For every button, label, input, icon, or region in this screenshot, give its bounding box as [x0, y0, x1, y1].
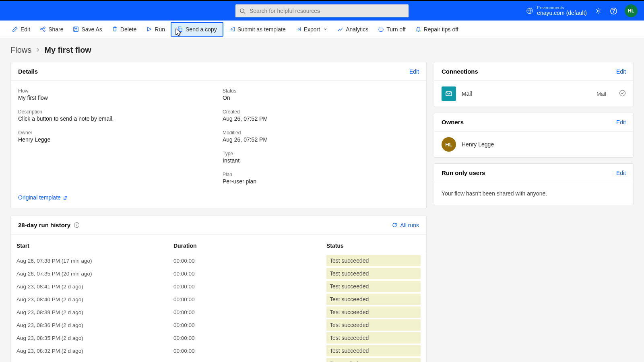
svg-point-7: [44, 27, 45, 29]
run-start: Aug 26, 07:35 PM (20 min ago): [17, 271, 173, 277]
svg-rect-10: [179, 28, 182, 31]
description-value: Click a button to send a note by email.: [18, 115, 215, 122]
settings-icon[interactable]: [594, 7, 602, 15]
run-duration: 00:00:00: [173, 271, 326, 277]
run-start: Aug 26, 07:38 PM (17 min ago): [17, 258, 173, 264]
connection-sub: Mail: [597, 91, 606, 97]
connections-card: Connections Edit Mail Mail: [434, 62, 634, 107]
plan-value: Per-user plan: [223, 178, 419, 185]
edit-button[interactable]: Edit: [8, 24, 34, 35]
run-duration: 00:00:00: [173, 309, 326, 315]
table-row[interactable]: Aug 23, 08:32 PM (2 d ago)00:00:00Test s…: [11, 344, 426, 357]
run-start: Aug 23, 08:39 PM (2 d ago): [17, 309, 173, 315]
copy-icon: [177, 26, 183, 32]
user-avatar[interactable]: HL: [625, 4, 638, 17]
run-start: Aug 23, 08:41 PM (2 d ago): [17, 284, 173, 290]
send-copy-button[interactable]: Send a copy: [171, 22, 223, 37]
table-row[interactable]: Aug 23, 08:36 PM (2 d ago)00:00:00Test s…: [11, 319, 426, 331]
run-status: Test succeeded: [326, 332, 421, 343]
col-start-header[interactable]: Start: [17, 243, 173, 249]
connection-row[interactable]: Mail Mail: [434, 81, 633, 107]
connections-edit-link[interactable]: Edit: [616, 68, 626, 75]
owners-card: Owners Edit HL Henry Legge: [434, 113, 634, 158]
svg-point-0: [240, 8, 244, 12]
breadcrumb: Flows My first flow: [0, 38, 644, 57]
table-row[interactable]: Aug 23, 08:41 PM (2 d ago)00:00:00Test s…: [11, 280, 426, 293]
run-duration: 00:00:00: [173, 348, 326, 354]
owner-label: Owner: [18, 130, 215, 136]
run-status: Test succeeded: [326, 268, 421, 279]
history-title: 28-day run history: [18, 222, 70, 228]
mail-icon: [442, 86, 456, 101]
search-input[interactable]: [250, 8, 405, 14]
open-icon: [63, 195, 68, 200]
svg-point-3: [597, 10, 599, 12]
table-row[interactable]: Aug 23, 08:30 PM (2 d ago)00:00:00Succee…: [11, 357, 426, 362]
col-duration-header[interactable]: Duration: [173, 243, 326, 249]
run-start: Aug 23, 08:36 PM (2 d ago): [17, 322, 173, 328]
created-label: Created: [223, 109, 419, 115]
run-status: Test succeeded: [326, 345, 421, 356]
help-icon[interactable]: [609, 7, 617, 15]
status-value: On: [223, 95, 419, 101]
table-row[interactable]: Aug 23, 08:39 PM (2 d ago)00:00:00Test s…: [11, 306, 426, 319]
svg-point-6: [41, 29, 42, 30]
top-bar: Environments enayu.com (default) HL: [0, 1, 644, 21]
run-status: Test succeeded: [326, 281, 421, 292]
run-status: Test succeeded: [326, 319, 421, 331]
owner-name: Henry Legge: [462, 141, 494, 148]
details-edit-link[interactable]: Edit: [409, 68, 419, 75]
svg-point-13: [619, 90, 625, 96]
export-button[interactable]: Export: [291, 24, 332, 35]
run-duration: 00:00:00: [173, 335, 326, 341]
original-template-link[interactable]: Original template: [18, 194, 419, 201]
info-icon[interactable]: [74, 222, 80, 228]
col-status-header[interactable]: Status: [326, 243, 421, 249]
saveas-button[interactable]: Save As: [69, 24, 106, 35]
table-row[interactable]: Aug 23, 08:35 PM (2 d ago)00:00:00Test s…: [11, 331, 426, 344]
type-label: Type: [223, 151, 419, 156]
run-duration: 00:00:00: [173, 258, 326, 264]
status-label: Status: [223, 88, 419, 94]
search-icon: [239, 8, 246, 14]
command-bar: Edit Share Save As Delete Run Send a cop…: [0, 21, 644, 38]
connections-title: Connections: [442, 68, 478, 75]
svg-point-8: [44, 30, 45, 31]
modified-value: Aug 26, 07:52 PM: [223, 136, 419, 143]
history-table: Start Duration Status Aug 26, 07:38 PM (…: [11, 234, 426, 362]
bell-icon: [415, 26, 421, 32]
run-duration: 00:00:00: [173, 296, 326, 302]
description-label: Description: [18, 109, 215, 115]
repair-button[interactable]: Repair tips off: [411, 24, 462, 35]
run-only-users-card: Run only users Edit Your flow hasn't bee…: [434, 163, 634, 205]
environment-value: enayu.com (default): [537, 10, 587, 16]
environment-picker[interactable]: Environments enayu.com (default): [526, 5, 587, 16]
turnoff-button[interactable]: Turn off: [374, 24, 409, 35]
share-button[interactable]: Share: [36, 24, 67, 35]
runonly-text: Your flow hasn't been shared with anyone…: [434, 182, 633, 205]
run-duration: 00:00:00: [173, 322, 326, 328]
owner-row[interactable]: HL Henry Legge: [434, 132, 633, 157]
owners-edit-link[interactable]: Edit: [616, 119, 626, 125]
breadcrumb-parent[interactable]: Flows: [10, 45, 31, 55]
run-start: Aug 23, 08:30 PM (2 d ago): [17, 361, 173, 362]
table-row[interactable]: Aug 23, 08:40 PM (2 d ago)00:00:00Test s…: [11, 293, 426, 306]
search-box[interactable]: [235, 4, 409, 18]
table-row[interactable]: Aug 26, 07:35 PM (20 min ago)00:00:00Tes…: [11, 267, 426, 280]
chart-icon: [337, 26, 343, 32]
submit-template-button[interactable]: Submit as template: [225, 24, 290, 35]
analytics-button[interactable]: Analytics: [333, 24, 372, 35]
runonly-edit-link[interactable]: Edit: [616, 170, 626, 176]
flow-label: Flow: [18, 88, 215, 94]
run-button[interactable]: Run: [142, 24, 169, 35]
owner-avatar: HL: [442, 137, 456, 152]
connection-name: Mail: [462, 90, 591, 97]
delete-button[interactable]: Delete: [108, 24, 140, 35]
runonly-title: Run only users: [442, 169, 485, 176]
modified-label: Modified: [223, 130, 419, 136]
run-history-card: 28-day run history All runs Start Durati…: [10, 216, 427, 362]
chevron-down-icon: [323, 27, 328, 31]
template-icon: [229, 26, 235, 32]
table-row[interactable]: Aug 26, 07:38 PM (17 min ago)00:00:00Tes…: [11, 254, 426, 267]
all-runs-link[interactable]: All runs: [392, 222, 419, 228]
